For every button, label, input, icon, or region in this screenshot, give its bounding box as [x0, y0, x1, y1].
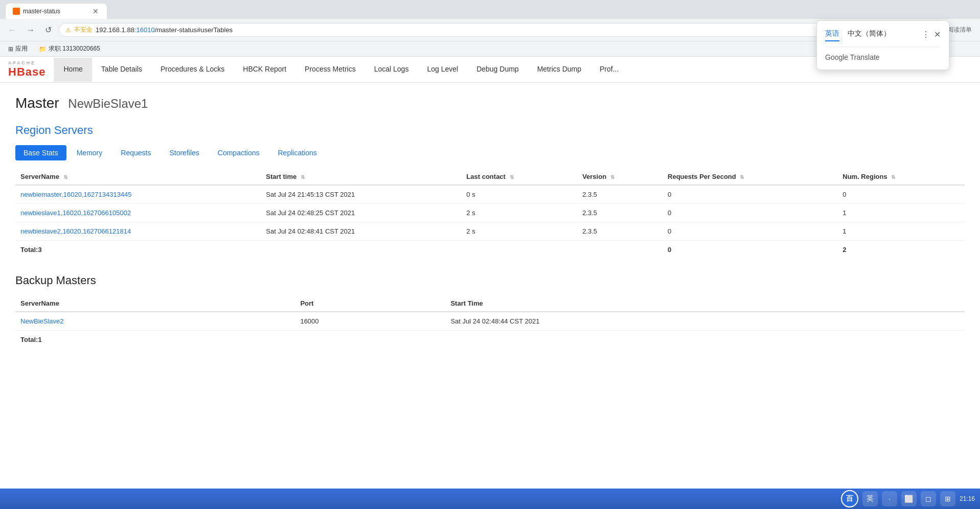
lang-en[interactable]: 英语: [825, 27, 839, 41]
translate-more-btn[interactable]: ⋮: [922, 30, 930, 39]
nav-item-procedures-locks[interactable]: Procedures & Locks: [151, 58, 234, 82]
security-label: 不安全: [74, 26, 93, 34]
rs-start-time-cell: Sat Jul 24 02:48:41 CST 2021: [261, 222, 461, 241]
rs-total-requests: 0: [663, 241, 837, 259]
backup-masters-table: ServerName Port Start Time NewBieSlave2 …: [15, 295, 965, 349]
rs-server-link-2[interactable]: newbieslave2,16020,1627066121814: [20, 227, 131, 235]
nav-item-log-level[interactable]: Log Level: [418, 58, 467, 82]
rs-total-label: Total:3: [15, 241, 261, 259]
translate-close-btn[interactable]: ✕: [934, 30, 941, 39]
tabs-bar: master-status ✕: [0, 0, 980, 19]
back-button[interactable]: ←: [5, 24, 19, 37]
tab-memory[interactable]: Memory: [69, 145, 111, 160]
rs-requests-cell: 0: [663, 204, 837, 222]
sort-arrows-contact[interactable]: ⇅: [510, 174, 514, 180]
jobs-label: 求职 13130020665: [49, 44, 100, 53]
rs-server-name-cell: newbiemaster,16020,1627134313445: [15, 185, 261, 204]
rs-version-cell: 2.3.5: [577, 185, 663, 204]
address-bar[interactable]: ⚠ 不安全 192.168.1.88:16010/master-status#u…: [59, 23, 863, 37]
nav-item-prof[interactable]: Prof...: [590, 58, 628, 82]
tab-close-btn[interactable]: ✕: [92, 7, 100, 15]
reload-button[interactable]: ↺: [42, 23, 55, 37]
server-name: NewBieSlave1: [68, 97, 148, 110]
tab-requests[interactable]: Requests: [112, 145, 159, 160]
region-servers-table-body: newbiemaster,16020,1627134313445 Sat Jul…: [15, 185, 965, 259]
sort-arrows-start[interactable]: ⇅: [301, 174, 305, 180]
page-content: Master NewBieSlave1 Region Servers Base …: [0, 83, 980, 376]
rs-regions-cell: 0: [837, 185, 965, 204]
sort-arrows-version[interactable]: ⇅: [610, 174, 614, 180]
url-display: 192.168.1.88:16010/master-status#userTab…: [96, 26, 233, 34]
rs-total-regions: 2: [837, 241, 965, 259]
rs-server-name-cell: newbieslave1,16020,1627066105002: [15, 204, 261, 222]
bm-total-row: Total:1: [15, 331, 965, 349]
nav-item-hbck-report[interactable]: HBCK Report: [234, 58, 295, 82]
folder-icon: 📁: [39, 45, 47, 53]
col-num-regions: Num. Regions ⇅: [837, 169, 965, 185]
bookmark-jobs[interactable]: 📁 求职 13130020665: [36, 43, 103, 54]
rs-server-link-1[interactable]: newbieslave1,16020,1627066105002: [20, 209, 131, 217]
nav-item-table-details[interactable]: Table Details: [92, 58, 151, 82]
backup-masters-section: Backup Masters ServerName Port Start Tim…: [15, 274, 965, 349]
tab-compactions[interactable]: Compactions: [210, 145, 268, 160]
nav-item-home[interactable]: Home: [54, 58, 92, 82]
translate-header: 英语 中文（简体） ⋮ ✕: [825, 27, 941, 41]
bm-col-server-name: ServerName: [15, 295, 295, 312]
rs-last-contact-cell: 2 s: [461, 222, 577, 241]
rs-regions-cell: 1: [837, 204, 965, 222]
security-icon: ⚠: [65, 27, 71, 34]
rs-total-row: Total:3 0 2: [15, 241, 965, 259]
rs-total-start: [261, 241, 461, 259]
sort-arrows-regions[interactable]: ⇅: [891, 174, 895, 180]
table-header-row: ServerName ⇅ Start time ⇅ Last contact ⇅…: [15, 169, 965, 185]
tab-storefiles[interactable]: Storefiles: [161, 145, 207, 160]
url-host: 192.168.1.88: [96, 26, 134, 34]
url-path: /master-status#userTables: [155, 26, 233, 34]
bm-col-port: Port: [295, 295, 445, 312]
bm-start-time-cell: Sat Jul 24 02:48:44 CST 2021: [445, 312, 965, 331]
tab-favicon: [13, 8, 20, 15]
rs-start-time-cell: Sat Jul 24 02:48:25 CST 2021: [261, 204, 461, 222]
rs-last-contact-cell: 0 s: [461, 185, 577, 204]
col-start-time: Start time ⇅: [261, 169, 461, 185]
backup-header-row: ServerName Port Start Time: [15, 295, 965, 312]
sort-arrows-server[interactable]: ⇅: [63, 174, 67, 180]
nav-item-metrics-dump[interactable]: Metrics Dump: [528, 58, 590, 82]
translate-actions: ⋮ ✕: [922, 30, 941, 39]
nav-item-local-logs[interactable]: Local Logs: [365, 58, 418, 82]
region-servers-section: Region Servers Base Stats Memory Request…: [15, 124, 965, 259]
translate-divider: [825, 47, 941, 47]
rs-server-link-0[interactable]: newbiemaster,16020,1627134313445: [20, 191, 132, 198]
rs-total-version: [577, 241, 663, 259]
tab-base-stats[interactable]: Base Stats: [15, 145, 66, 160]
table-row: newbieslave2,16020,1627066121814 Sat Jul…: [15, 222, 965, 241]
bm-server-link-0[interactable]: NewBieSlave2: [20, 317, 64, 325]
translate-brand: Google Translate: [825, 51, 941, 63]
nav-links: Home Table Details Procedures & Locks HB…: [54, 58, 628, 82]
lang-zh[interactable]: 中文（简体）: [848, 27, 891, 41]
bm-col-start-time: Start Time: [445, 295, 965, 312]
forward-button[interactable]: →: [24, 24, 38, 37]
browser-tab[interactable]: master-status ✕: [5, 3, 107, 19]
bookmark-apps[interactable]: ⊞ 应用: [5, 43, 31, 54]
rs-requests-cell: 0: [663, 185, 837, 204]
tab-title: master-status: [23, 8, 88, 15]
col-version: Version ⇅: [577, 169, 663, 185]
rs-regions-cell: 1: [837, 222, 965, 241]
rs-last-contact-cell: 2 s: [461, 204, 577, 222]
tab-replications[interactable]: Replications: [269, 145, 325, 160]
col-last-contact: Last contact ⇅: [461, 169, 577, 185]
backup-masters-table-body: NewBieSlave2 16000 Sat Jul 24 02:48:44 C…: [15, 312, 965, 349]
rs-requests-cell: 0: [663, 222, 837, 241]
nav-item-debug-dump[interactable]: Debug Dump: [467, 58, 528, 82]
region-server-tabs: Base Stats Memory Requests Storefiles Co…: [15, 145, 965, 160]
col-requests-per-second: Requests Per Second ⇅: [663, 169, 837, 185]
rs-version-cell: 2.3.5: [577, 222, 663, 241]
bm-total-time: [445, 331, 965, 349]
table-row: NewBieSlave2 16000 Sat Jul 24 02:48:44 C…: [15, 312, 965, 331]
sort-arrows-rps[interactable]: ⇅: [740, 174, 744, 180]
region-servers-table-head: ServerName ⇅ Start time ⇅ Last contact ⇅…: [15, 169, 965, 185]
nav-item-process-metrics[interactable]: Process Metrics: [295, 58, 365, 82]
rs-start-time-cell: Sat Jul 24 21:45:13 CST 2021: [261, 185, 461, 204]
rs-server-name-cell: newbieslave2,16020,1627066121814: [15, 222, 261, 241]
